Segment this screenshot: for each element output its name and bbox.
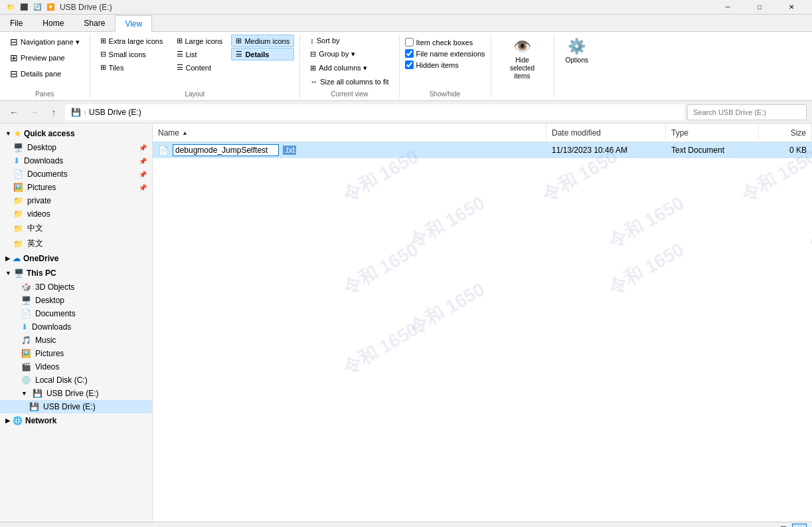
extra-large-icons-button[interactable]: ⊞ Extra large icons	[96, 35, 168, 47]
sidebar-item-videos[interactable]: 📁 videos	[0, 207, 152, 221]
ribbon-group-hide-selected: 👁️ Hide selected items	[491, 35, 554, 98]
tab-share[interactable]: Share	[74, 15, 115, 31]
tiles-button[interactable]: ⊞ Tiles	[96, 61, 168, 74]
pictures-pc-icon: 🖼️	[21, 349, 31, 358]
ribbon-group-show-hide: Item check boxes File name extensions Hi…	[400, 35, 491, 98]
panes-group-label: Panes	[35, 88, 54, 98]
sidebar-item-english[interactable]: 📁 英文	[0, 236, 152, 251]
undo-icon[interactable]: ⬛	[19, 2, 29, 13]
downloads-qa-icon: ⬇	[13, 156, 20, 165]
hide-icon: 👁️	[513, 38, 531, 55]
file-size-cell: 0 KB	[759, 142, 812, 158]
sidebar-item-pictures-pc[interactable]: 🖼️ Pictures	[0, 347, 152, 360]
hidden-items-option[interactable]: Hidden items	[405, 60, 459, 70]
sidebar-item-private[interactable]: 📁 private	[0, 194, 152, 207]
sidebar-item-localc[interactable]: 💿 Local Disk (C:)	[0, 373, 152, 387]
sidebar-item-pictures-qa[interactable]: 🖼️ Pictures 📌	[0, 181, 152, 194]
details-pane-button[interactable]: ⊟ Details pane	[5, 66, 84, 81]
large-icons-button[interactable]: ⊞ Large icons	[172, 35, 228, 47]
onedrive-icon: ☁	[13, 254, 21, 263]
pin-icon-pictures: 📌	[139, 184, 147, 191]
show-hide-group-label: Show/hide	[430, 88, 461, 98]
search-input[interactable]	[687, 104, 807, 120]
minimize-button[interactable]: ─	[712, 0, 743, 15]
item-checkboxes-checkbox[interactable]	[405, 38, 414, 47]
add-columns-button[interactable]: ⊞ Add columns ▾	[305, 62, 372, 74]
sidebar-item-usbe-tree[interactable]: ▼ 💾 USB Drive (E:)	[0, 387, 152, 400]
sort-by-button[interactable]: ↕️ Sort by	[305, 35, 344, 47]
preview-pane-button[interactable]: ⊞ Preview pane	[5, 51, 84, 65]
up-button[interactable]: ↑	[45, 104, 62, 121]
large-icons-icon: ⊞	[177, 37, 183, 45]
current-view-group-label: Current view	[331, 88, 368, 98]
usbe-active-icon: 💾	[29, 402, 39, 411]
sidebar-item-downloads-qa[interactable]: ⬇ Downloads 📌	[0, 154, 152, 167]
documents-pc-icon: 📄	[21, 309, 31, 318]
sidebar-item-desktop-qa[interactable]: 🖥️ Desktop 📌	[0, 141, 152, 154]
options-button[interactable]: ⚙️ Options	[560, 35, 594, 67]
sidebar-item-chinese[interactable]: 📁 中文	[0, 221, 152, 236]
table-row[interactable]: 📄 .txt 11/13/2023 10:46 AM Text Document…	[153, 142, 812, 158]
titlebar: 📁 ⬛ 🔄 🔽 USB Drive (E:) ─ □ ✕	[0, 0, 812, 15]
sidebar-item-downloads-pc[interactable]: ⬇ Downloads	[0, 320, 152, 334]
content-button[interactable]: ☰ Content	[172, 61, 228, 74]
hidden-items-checkbox[interactable]	[405, 60, 414, 69]
onedrive-header[interactable]: ▶ ☁ OneDrive	[0, 251, 152, 266]
details-view-button[interactable]: ☰	[776, 524, 791, 528]
item-checkboxes-option[interactable]: Item check boxes	[405, 37, 473, 47]
small-icons-icon: ⊟	[100, 50, 106, 58]
quick-access-header[interactable]: ▼ ★ Quick access	[0, 126, 152, 141]
navigation-pane-button[interactable]: ⊟ Navigation pane ▾	[5, 35, 84, 49]
forward-button[interactable]: →	[25, 104, 42, 121]
sidebar-item-documents-pc[interactable]: 📄 Documents	[0, 307, 152, 320]
details-layout-icon: ☰	[236, 50, 242, 58]
thispc-icon: 🖥️	[14, 268, 24, 278]
titlebar-icons: 📁 ⬛ 🔄 🔽	[5, 2, 56, 13]
redo-icon[interactable]: 🔄	[32, 2, 42, 13]
rename-input[interactable]	[173, 144, 279, 156]
file-name-extensions-option[interactable]: File name extensions	[405, 49, 485, 58]
sidebar-item-videos-pc[interactable]: 🎬 Videos	[0, 360, 152, 373]
tab-view[interactable]: View	[115, 15, 152, 32]
music-icon: 🎵	[21, 336, 31, 345]
details-button[interactable]: ☰ Details	[231, 48, 294, 60]
usbe-tree-icon: 💾	[33, 389, 42, 398]
group-by-button[interactable]: ⊟ Group by ▾	[305, 48, 359, 60]
small-icons-button[interactable]: ⊟ Small icons	[96, 48, 168, 60]
sidebar-item-desktop-pc[interactable]: 🖥️ Desktop	[0, 294, 152, 307]
sidebar-item-documents-qa[interactable]: 📄 Documents 📌	[0, 167, 152, 181]
sidebar-item-music[interactable]: 🎵 Music	[0, 334, 152, 347]
tab-file[interactable]: File	[0, 15, 33, 31]
sidebar-item-usbe-active[interactable]: 💾 USB Drive (E:)	[0, 400, 152, 413]
resize-icon: ↔	[310, 78, 317, 86]
col-size[interactable]: Size	[759, 124, 812, 142]
file-name-extensions-checkbox[interactable]	[405, 49, 414, 58]
expand-icon[interactable]: 🔽	[45, 2, 56, 13]
quick-access-expand-icon: ▼	[5, 130, 11, 137]
maximize-button[interactable]: □	[744, 0, 775, 15]
3dobjects-icon: 🎲	[21, 282, 31, 292]
col-type[interactable]: Type	[666, 124, 759, 142]
system-icon[interactable]: 📁	[5, 2, 16, 13]
drive-icon: 💾	[71, 108, 81, 117]
preview-icon: ⊞	[10, 53, 18, 63]
file-list: 📄 .txt 11/13/2023 10:46 AM Text Document…	[153, 142, 812, 522]
address-bar[interactable]: 💾 › USB Drive (E:)	[65, 104, 685, 120]
network-header[interactable]: ▶ 🌐 Network	[0, 413, 152, 428]
back-button[interactable]: ←	[5, 104, 23, 121]
hide-selected-items-button[interactable]: 👁️ Hide selected items	[497, 35, 548, 84]
documents-qa-icon: 📄	[13, 169, 23, 179]
list-icon: ☰	[177, 50, 183, 58]
thispc-header[interactable]: ▼ 🖥️ This PC	[0, 266, 152, 280]
close-button[interactable]: ✕	[776, 0, 807, 15]
sidebar-item-3dobjects[interactable]: 🎲 3D Objects	[0, 280, 152, 294]
col-date[interactable]: Date modified	[546, 124, 666, 142]
ribbon-tabs: File Home Share View	[0, 15, 812, 32]
size-all-columns-button[interactable]: ↔ Size all columns to fit	[305, 76, 393, 88]
col-name[interactable]: Name ▲	[153, 124, 546, 142]
large-icons-view-button[interactable]: ⊞	[792, 524, 807, 528]
tab-home[interactable]: Home	[33, 15, 74, 31]
list-button[interactable]: ☰ List	[172, 48, 228, 60]
sidebar: ▼ ★ Quick access 🖥️ Desktop 📌 ⬇ Download…	[0, 124, 153, 522]
medium-icons-button[interactable]: ⊞ Medium icons	[231, 35, 294, 47]
